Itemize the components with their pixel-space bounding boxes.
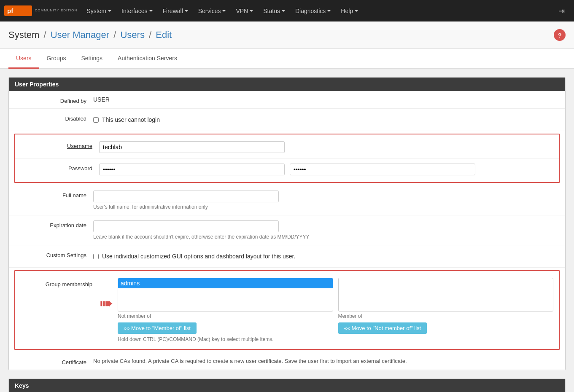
move-to-member-button[interactable]: »» Move to "Member of" list [118, 322, 197, 334]
group-option-admins[interactable]: admins [118, 278, 333, 288]
help-button[interactable]: ? [554, 29, 566, 41]
row-group-membership: Group membership ➠ [15, 273, 559, 347]
field-certificate: No private CAs found. A private CA is re… [93, 357, 565, 365]
nav-services[interactable]: Services [193, 0, 231, 21]
label-full-name: Full name [9, 190, 93, 199]
row-full-name: Full name User's full name, for administ… [9, 185, 565, 215]
navbar-right: ⇥ [553, 0, 570, 21]
tab-groups[interactable]: Groups [39, 49, 74, 69]
expiration-date-input[interactable] [93, 220, 279, 232]
group-buttons-row: »» Move to "Member of" list «« Move to "… [118, 322, 553, 334]
row-defined-by: Defined by USER [9, 91, 565, 109]
row-custom-settings: Custom Settings Use individual customize… [9, 245, 565, 268]
nav-help[interactable]: Help [336, 0, 363, 21]
nav-interfaces[interactable]: Interfaces [116, 0, 157, 21]
label-group-membership: Group membership [15, 277, 99, 287]
tabs-bar: Users Groups Settings Authentication Ser… [0, 49, 574, 69]
chevron-down-icon [355, 10, 358, 12]
field-defined-by: USER [93, 95, 565, 104]
password-confirm-input[interactable] [290, 164, 475, 175]
logo-pf: pf [7, 7, 13, 14]
move-to-not-member-col: «« Move to "Not member of" list [338, 322, 554, 334]
bc-user-manager[interactable]: User Manager [51, 30, 109, 40]
full-name-hint: User's full name, for administrative inf… [93, 204, 559, 210]
bc-users[interactable]: Users [120, 30, 144, 40]
row-certificate: Certificate No private CAs found. A priv… [9, 352, 565, 370]
label-certificate: Certificate [9, 357, 93, 365]
disabled-checkbox-label: This user cannot login [102, 116, 160, 123]
brand-subtitle: COMMUNITY EDITION [35, 9, 77, 13]
group-membership-highlight: Group membership ➠ [14, 270, 560, 350]
label-defined-by: Defined by [9, 95, 93, 104]
label-password: Password [15, 163, 99, 172]
field-disabled: This user cannot login [93, 113, 565, 126]
group-membership-content: ➠ admins Not member of [99, 278, 553, 342]
chevron-down-icon [222, 10, 226, 12]
nav-vpn[interactable]: VPN [231, 0, 258, 21]
not-member-list[interactable]: admins [118, 278, 333, 311]
chevron-down-icon [108, 10, 111, 12]
move-to-not-member-button[interactable]: «« Move to "Not member of" list [338, 322, 427, 334]
section-header-user-properties: User Properties [9, 78, 565, 91]
tab-settings[interactable]: Settings [73, 49, 110, 69]
user-properties-section: User Properties Defined by USER Disabled… [8, 77, 566, 370]
section-header-keys: Keys [9, 379, 565, 392]
main-content: User Properties Defined by USER Disabled… [0, 69, 574, 392]
navbar: pfSense COMMUNITY EDITION System Interfa… [0, 0, 574, 21]
not-member-col: admins Not member of [118, 278, 333, 319]
nav-system[interactable]: System [81, 0, 116, 21]
field-expiration-date: Leave blank if the account shouldn't exp… [93, 220, 565, 241]
keys-section: Keys Authorized SSH Keys [8, 379, 566, 392]
chevron-down-icon [185, 10, 188, 12]
bc-sep-2: / [113, 30, 119, 40]
field-group-membership: ➠ admins Not member of [99, 277, 559, 343]
nav-firewall[interactable]: Firewall [158, 0, 193, 21]
bc-edit[interactable]: Edit [156, 30, 172, 40]
not-member-label: Not member of [118, 313, 333, 319]
chevron-down-icon [327, 10, 331, 12]
row-username: Username [15, 136, 559, 158]
nav-status[interactable]: Status [258, 0, 290, 21]
field-username [99, 140, 559, 154]
arrow-area: ➠ [99, 278, 113, 311]
expiration-date-hint: Leave blank if the account shouldn't exp… [93, 234, 559, 240]
field-custom-settings: Use individual customized GUI options an… [93, 250, 565, 263]
password-fields [99, 164, 553, 175]
group-lists-row: admins Not member of Member of [118, 278, 553, 319]
field-full-name: User's full name, for administrative inf… [93, 190, 565, 211]
field-password [99, 163, 559, 176]
nav-diagnostics[interactable]: Diagnostics [290, 0, 336, 21]
tab-users[interactable]: Users [8, 49, 39, 69]
brand: pfSense COMMUNITY EDITION [4, 5, 77, 16]
breadcrumb-area: System / User Manager / Users / Edit ? [0, 21, 574, 49]
logo-sense: Sense [13, 8, 29, 14]
username-input[interactable] [99, 141, 285, 153]
double-chevron-left-icon: «« [344, 325, 352, 331]
chevron-down-icon [149, 10, 153, 12]
breadcrumb: System / User Manager / Users / Edit [8, 30, 172, 40]
bc-system: System [8, 30, 39, 40]
disabled-checkbox[interactable] [93, 117, 99, 123]
chevron-down-icon [250, 10, 253, 12]
label-expiration-date: Expiration date [9, 220, 93, 228]
member-label: Member of [338, 313, 554, 319]
password-input[interactable] [99, 164, 285, 175]
custom-settings-checkbox[interactable] [93, 254, 99, 259]
row-password: Password [15, 158, 559, 180]
move-to-member-col: »» Move to "Member of" list [118, 322, 333, 334]
lists-area: admins Not member of Member of [118, 278, 553, 342]
label-disabled: Disabled [9, 113, 93, 122]
full-name-input[interactable] [93, 191, 279, 202]
bc-sep-1: / [43, 30, 49, 40]
row-disabled: Disabled This user cannot login [9, 109, 565, 131]
member-col: Member of [338, 278, 554, 319]
logo: pfSense [4, 5, 32, 16]
custom-settings-label: Use individual customized GUI options an… [102, 253, 295, 260]
red-arrow-icon: ➠ [99, 295, 113, 311]
logout-button[interactable]: ⇥ [553, 0, 570, 21]
tab-authentication-servers[interactable]: Authentication Servers [110, 49, 185, 69]
credentials-highlight: Username Password [14, 134, 560, 183]
certificate-value: No private CAs found. A private CA is re… [93, 355, 407, 367]
member-list[interactable] [338, 278, 554, 311]
label-custom-settings: Custom Settings [9, 250, 93, 258]
